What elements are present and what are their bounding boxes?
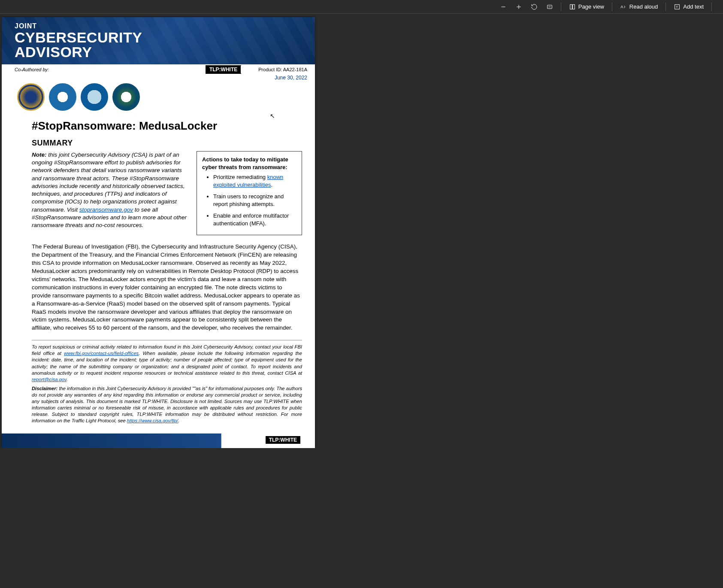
page-view-button[interactable]: Page view bbox=[566, 2, 608, 12]
banner-title-line2: ADVISORY bbox=[15, 45, 302, 59]
toolbar-separator bbox=[711, 3, 712, 11]
document-title: #StopRansomware: MedusaLocker bbox=[32, 119, 302, 133]
action-item-text: Prioritize remediating bbox=[213, 174, 267, 180]
page-view-label: Page view bbox=[578, 3, 604, 10]
stopransomware-link[interactable]: stopransomware.gov bbox=[79, 206, 133, 213]
add-text-button[interactable]: T Add text bbox=[670, 2, 707, 12]
svg-text:A: A bbox=[620, 5, 623, 9]
treasury-seal-icon bbox=[81, 83, 108, 111]
minus-icon bbox=[500, 3, 507, 10]
rotate-button[interactable] bbox=[527, 2, 541, 12]
document-banner: JOINT CYBERSECURITY ADVISORY bbox=[2, 17, 315, 64]
action-box-list: Prioritize remediating known exploited v… bbox=[202, 173, 296, 227]
document-date: June 30, 2022 bbox=[2, 75, 315, 81]
read-aloud-label: Read aloud bbox=[629, 3, 658, 10]
agency-seals bbox=[2, 81, 315, 113]
document-content: #StopRansomware: MedusaLocker SUMMARY Ac… bbox=[2, 113, 315, 433]
fbi-field-offices-link[interactable]: www.fbi.gov/contact-us/field-offices bbox=[64, 351, 139, 356]
tlp-tag-top: TLP:WHITE bbox=[206, 65, 241, 74]
svg-rect-6 bbox=[572, 4, 575, 9]
fincen-seal-icon bbox=[112, 83, 140, 111]
note-text-1: this joint Cybersecurity Advisory (CSA) … bbox=[32, 152, 185, 213]
product-id: Product ID: AA22-181A bbox=[258, 67, 307, 72]
separator bbox=[32, 340, 302, 340]
action-item-text: . bbox=[271, 182, 272, 188]
pdf-viewport[interactable]: JOINT CYBERSECURITY ADVISORY Co-Authored… bbox=[0, 14, 723, 448]
cisa-seal-icon bbox=[49, 83, 76, 111]
zoom-out-button[interactable] bbox=[496, 2, 510, 12]
action-box: Actions to take today to mitigate cyber … bbox=[197, 151, 302, 235]
plus-icon bbox=[515, 3, 522, 10]
read-aloud-button[interactable]: A Read aloud bbox=[617, 2, 662, 12]
add-text-icon: T bbox=[674, 3, 681, 10]
cisa-tlp-link[interactable]: https://www.cisa.gov/tlp/ bbox=[127, 418, 178, 423]
toolbar-separator bbox=[561, 3, 561, 11]
disclaimer-post: . bbox=[178, 418, 179, 423]
note-label: Note: bbox=[32, 152, 47, 158]
fit-icon bbox=[546, 3, 553, 10]
cisa-report-email-link[interactable]: report@cisa.gov bbox=[32, 377, 67, 382]
pdf-toolbar: Page view A Read aloud T Add text bbox=[0, 0, 723, 14]
summary-heading: SUMMARY bbox=[32, 139, 302, 148]
footer-bar: TLP:WHITE bbox=[2, 433, 315, 448]
add-text-label: Add text bbox=[683, 3, 704, 10]
action-item: Prioritize remediating known exploited v… bbox=[213, 173, 296, 188]
rotate-icon bbox=[531, 3, 538, 10]
read-aloud-icon: A bbox=[620, 3, 627, 10]
svg-text:T: T bbox=[676, 5, 678, 9]
action-box-title: Actions to take today to mitigate cyber … bbox=[202, 156, 296, 171]
body-paragraph: The Federal Bureau of Investigation (FBI… bbox=[32, 243, 302, 332]
fit-button[interactable] bbox=[543, 2, 557, 12]
report-text-3: . bbox=[67, 377, 68, 382]
svg-rect-5 bbox=[570, 4, 572, 9]
pdf-page: JOINT CYBERSECURITY ADVISORY Co-Authored… bbox=[2, 17, 315, 448]
page-view-icon bbox=[569, 3, 576, 10]
disclaimer-label: Disclaimer: bbox=[32, 386, 57, 391]
banner-title-line1: CYBERSECURITY bbox=[15, 30, 302, 45]
fbi-seal-icon bbox=[17, 83, 45, 111]
coauthored-label: Co-Authored by: bbox=[15, 67, 49, 72]
disclaimer-paragraph: Disclaimer: the information in this Join… bbox=[32, 385, 302, 424]
action-item: Enable and enforce multifactor authentic… bbox=[213, 212, 296, 227]
toolbar-separator bbox=[612, 3, 612, 11]
report-paragraph: To report suspicious or criminal activit… bbox=[32, 344, 302, 383]
action-item: Train users to recognize and report phis… bbox=[213, 193, 296, 208]
toolbar-separator bbox=[666, 3, 666, 11]
meta-row: Co-Authored by: TLP:WHITE Product ID: AA… bbox=[2, 64, 315, 74]
zoom-in-button[interactable] bbox=[512, 2, 526, 12]
tlp-tag-bottom: TLP:WHITE bbox=[266, 436, 300, 444]
